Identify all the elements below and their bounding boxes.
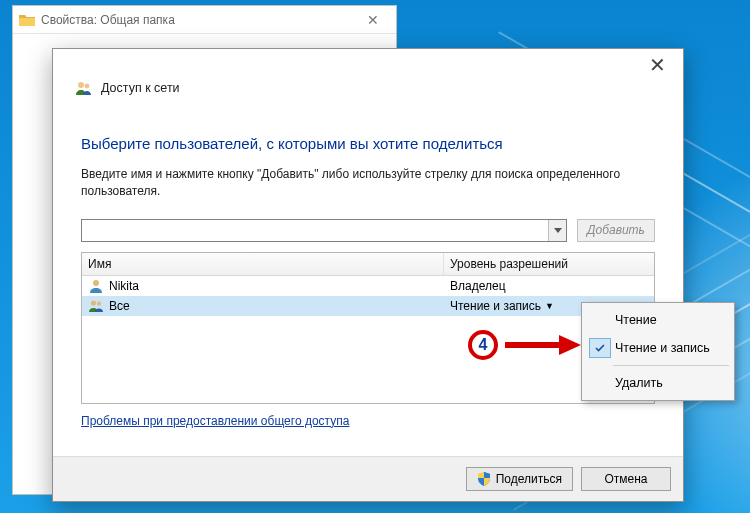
close-icon[interactable]: ✕	[639, 55, 675, 75]
user-name-combo[interactable]	[81, 219, 567, 242]
column-permission[interactable]: Уровень разрешений	[444, 253, 654, 275]
cancel-button[interactable]: Отмена	[581, 467, 671, 491]
column-name[interactable]: Имя	[82, 253, 444, 275]
list-row[interactable]: Nikita Владелец	[82, 276, 654, 296]
check-slot	[589, 373, 611, 393]
svg-point-3	[91, 300, 96, 305]
checkmark-icon	[589, 338, 611, 358]
share-button-label: Поделиться	[496, 472, 562, 486]
menu-item-readwrite[interactable]: Чтение и запись	[585, 334, 731, 362]
add-button: Добавить	[577, 219, 655, 242]
svg-point-0	[78, 82, 84, 88]
row-permission: Чтение и запись	[450, 299, 541, 313]
list-row[interactable]: Все Чтение и запись ▼	[82, 296, 654, 316]
menu-item-read[interactable]: Чтение	[585, 306, 731, 334]
network-access-dialog: ✕ Доступ к сети Выберите пользователей, …	[52, 48, 684, 502]
menu-separator	[613, 365, 729, 366]
chevron-down-icon[interactable]: ▼	[545, 301, 554, 311]
share-button[interactable]: Поделиться	[466, 467, 573, 491]
shield-icon	[477, 472, 491, 486]
share-list: Имя Уровень разрешений Nikita Владелец	[81, 252, 655, 404]
row-permission: Владелец	[450, 279, 506, 293]
instruction-text: Введите имя и нажмите кнопку "Добавить" …	[81, 166, 655, 201]
menu-item-label: Чтение	[615, 313, 657, 327]
svg-point-1	[85, 84, 90, 89]
dialog-title: Доступ к сети	[101, 81, 180, 95]
close-icon[interactable]: ✕	[356, 12, 390, 28]
permission-context-menu: Чтение Чтение и запись Удалить	[581, 302, 735, 401]
folder-icon	[19, 13, 35, 26]
properties-titlebar: Свойства: Общая папка ✕	[13, 6, 396, 34]
menu-item-label: Удалить	[615, 376, 663, 390]
annotation-number: 4	[479, 336, 488, 354]
svg-point-4	[97, 301, 101, 305]
user-icon	[88, 278, 104, 294]
list-header: Имя Уровень разрешений	[82, 253, 654, 276]
troubleshoot-link[interactable]: Проблемы при предоставлении общего досту…	[81, 414, 349, 428]
check-slot	[589, 310, 611, 330]
properties-title: Свойства: Общая папка	[41, 13, 175, 27]
svg-point-2	[93, 280, 99, 286]
svg-marker-6	[559, 335, 581, 355]
row-name: Все	[109, 299, 130, 313]
page-heading: Выберите пользователей, с которыми вы хо…	[81, 135, 655, 152]
users-group-icon	[88, 298, 104, 314]
cancel-button-label: Отмена	[604, 472, 647, 486]
menu-item-label: Чтение и запись	[615, 341, 710, 355]
dialog-footer: Поделиться Отмена	[53, 456, 683, 501]
chevron-down-icon[interactable]	[548, 220, 566, 241]
menu-item-remove[interactable]: Удалить	[585, 369, 731, 397]
share-users-icon	[75, 79, 93, 97]
annotation-arrow	[505, 335, 581, 355]
user-name-input[interactable]	[82, 220, 548, 241]
annotation-circle: 4	[468, 330, 498, 360]
row-name: Nikita	[109, 279, 139, 293]
